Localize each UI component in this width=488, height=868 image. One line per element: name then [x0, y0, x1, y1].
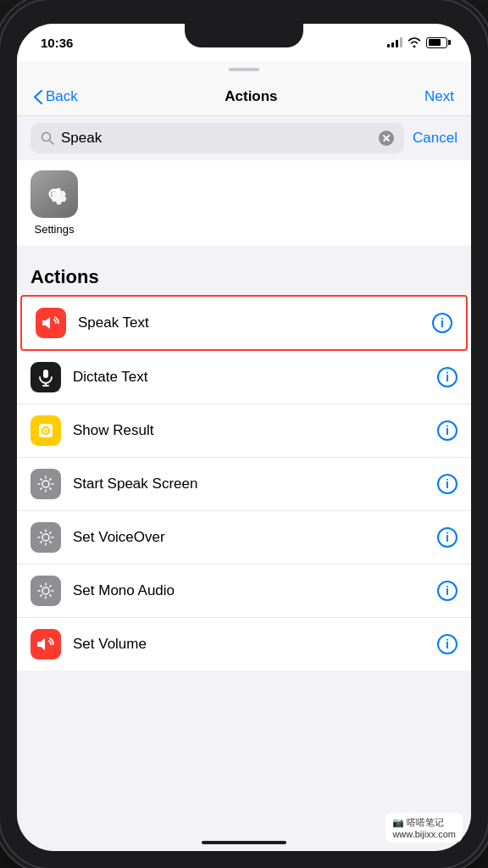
content-scroll[interactable]: Settings Actions — [17, 160, 471, 834]
voiceover-settings-icon — [36, 528, 55, 547]
list-item-dictate-text[interactable]: Dictate Text i — [17, 351, 471, 404]
signal-bars-icon — [387, 37, 402, 47]
search-cancel-button[interactable]: Cancel — [413, 130, 458, 147]
nav-title: Actions — [225, 88, 277, 105]
watermark: 📷 嗒嗒笔记www.bijixx.com — [385, 813, 463, 843]
set-volume-label: Set Volume — [73, 636, 437, 653]
speak-text-label: Speak Text — [78, 314, 432, 331]
status-time: 10:36 — [41, 36, 73, 50]
set-volume-icon — [30, 629, 61, 659]
set-mono-audio-info-button[interactable]: i — [437, 581, 458, 601]
show-result-info-button[interactable]: i — [437, 420, 458, 441]
set-mono-audio-icon — [30, 576, 61, 606]
svg-point-9 — [42, 534, 49, 541]
settings-app-label: Settings — [35, 223, 75, 236]
nav-bar: Back Actions Next — [17, 78, 471, 116]
gear-icon — [37, 177, 71, 211]
set-mono-audio-label: Set Mono Audio — [73, 582, 437, 599]
next-button[interactable]: Next — [424, 88, 454, 105]
notch — [185, 24, 303, 47]
speak-text-info-button[interactable]: i — [432, 313, 452, 333]
start-speak-screen-label: Start Speak Screen — [73, 476, 437, 492]
svg-rect-2 — [43, 370, 48, 378]
list-item-speak-text[interactable]: Speak Text i — [20, 295, 468, 351]
start-speak-screen-icon — [30, 469, 61, 499]
settings-app-item[interactable]: Settings — [30, 170, 78, 236]
set-voiceover-info-button[interactable]: i — [437, 527, 458, 548]
list-item-start-speak-screen[interactable]: Start Speak Screen i — [17, 458, 471, 511]
dictate-text-label: Dictate Text — [73, 369, 437, 386]
phone-screen: 10:36 — [17, 24, 471, 851]
set-voiceover-icon — [30, 522, 61, 553]
battery-icon — [426, 37, 447, 48]
status-icons — [387, 37, 447, 48]
drag-handle-area — [17, 61, 471, 78]
dictate-text-info-button[interactable]: i — [437, 367, 458, 387]
list-item-show-result[interactable]: Show Result i — [17, 404, 471, 458]
quick-look-icon — [36, 421, 55, 440]
settings-app-icon — [30, 170, 78, 218]
speaker-icon — [42, 314, 60, 332]
set-voiceover-label: Set VoiceOver — [73, 529, 437, 546]
back-button[interactable]: Back — [34, 88, 78, 105]
volume-icon — [36, 635, 55, 654]
drag-handle-bar — [229, 68, 259, 71]
list-item-set-voiceover[interactable]: Set VoiceOver i — [17, 511, 471, 565]
list-item-set-volume[interactable]: Set Volume i — [17, 618, 471, 670]
dictate-text-icon — [30, 362, 61, 392]
svg-point-8 — [42, 481, 49, 487]
settings-icon — [36, 475, 55, 493]
show-result-label: Show Result — [73, 422, 437, 439]
wifi-icon — [408, 37, 421, 47]
start-speak-screen-info-button[interactable]: i — [437, 474, 458, 494]
app-section: Settings — [17, 160, 471, 246]
section-title: Actions — [30, 266, 99, 287]
watermark-text: 📷 嗒嗒笔记www.bijixx.com — [392, 817, 456, 839]
home-bar — [202, 841, 286, 844]
back-chevron-icon — [34, 90, 42, 104]
back-label: Back — [46, 88, 78, 105]
phone-frame: 10:36 — [0, 0, 488, 868]
speak-text-icon — [36, 308, 66, 338]
mono-audio-settings-icon — [36, 581, 55, 600]
search-container: Speak Cancel — [17, 116, 471, 160]
list-item-set-mono-audio[interactable]: Set Mono Audio i — [17, 565, 471, 618]
svg-point-7 — [45, 430, 47, 432]
show-result-icon — [30, 415, 61, 446]
search-input-wrapper[interactable]: Speak — [30, 123, 404, 153]
actions-list: Speak Text i Dictate Text i — [17, 295, 471, 670]
microphone-icon — [36, 368, 55, 387]
search-clear-button[interactable] — [379, 131, 394, 146]
set-volume-info-button[interactable]: i — [437, 634, 458, 654]
search-icon — [41, 131, 54, 145]
actions-section-header: Actions — [17, 253, 471, 295]
search-value: Speak — [61, 130, 372, 147]
svg-line-1 — [50, 141, 54, 145]
svg-point-10 — [42, 587, 49, 594]
